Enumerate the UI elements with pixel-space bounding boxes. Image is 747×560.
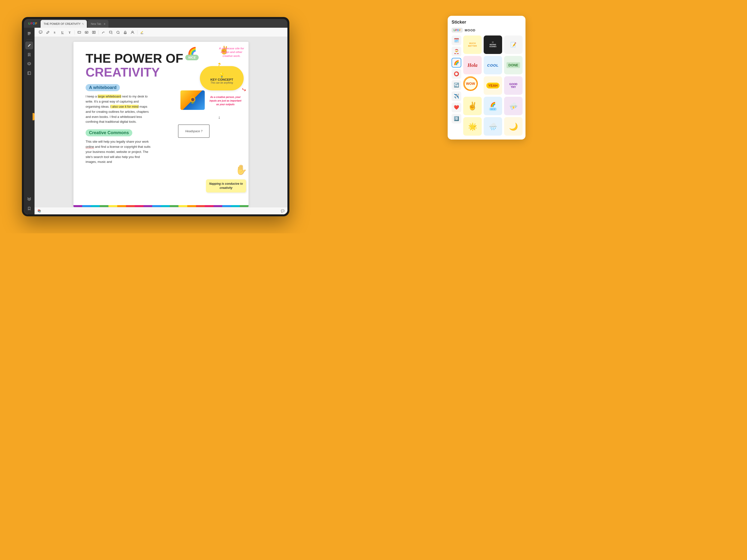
svg-text:T: T: [78, 32, 79, 33]
underline-online: online: [85, 145, 94, 149]
sidebar-icon-layers[interactable]: [25, 60, 33, 68]
section1-label: A whiteboard: [85, 84, 120, 91]
highlight-large: large whiteboard: [98, 95, 121, 98]
svg-rect-1: [28, 33, 31, 34]
toolbar-text-fit[interactable]: [83, 29, 90, 35]
pdf-content: THE POWER OF CREATIVITY A whiteboard I k…: [34, 37, 287, 207]
toolbar-divider-1: [74, 30, 75, 34]
toolbar-user[interactable]: [129, 29, 136, 35]
svg-rect-18: [94, 31, 95, 33]
sidebar-icon-bookmark-bottom[interactable]: [25, 205, 33, 212]
sidebar-icon-pencil[interactable]: [25, 42, 33, 49]
left-sidebar: [24, 28, 34, 214]
napping-note: Napping is conducive to creativity: [206, 179, 246, 192]
toolbar-draw[interactable]: [100, 29, 106, 35]
layers-icon[interactable]: 📚: [37, 209, 41, 213]
highlight-also: I also use it for mind: [110, 105, 138, 108]
svg-line-21: [119, 33, 120, 34]
device-frame: UPDF THE POWER OF CREATIVITY ✎ New Tab +: [22, 17, 289, 216]
toolbar-pen[interactable]: [45, 29, 51, 35]
nice-bubble: 🌈 NICE: [185, 47, 199, 59]
section2-body: This site will help you legally share yo…: [85, 139, 151, 164]
tab-edit-icon: ✎: [82, 23, 84, 25]
toolbar-shapes[interactable]: [107, 29, 114, 35]
svg-text:S: S: [54, 31, 55, 34]
pdf-page: THE POWER OF CREATIVITY A whiteboard I k…: [73, 42, 249, 207]
tab-add-icon[interactable]: +: [104, 22, 106, 26]
svg-rect-19: [109, 31, 112, 33]
tab-new[interactable]: New Tab +: [88, 20, 108, 28]
key-concept-cloud: 💡 KEY CONCEPT This can be anything: [200, 66, 243, 90]
toolbar-underline[interactable]: U: [59, 29, 66, 35]
svg-point-24: [132, 31, 133, 32]
key-concept-title: KEY CONCEPT: [210, 78, 233, 81]
bottom-bar: 📚 💬: [34, 207, 287, 214]
app-logo: UPDF: [26, 19, 40, 28]
showcase-text: A showcase site for design and other cre…: [217, 47, 246, 58]
toolbar-divider-3: [137, 30, 137, 34]
color-bar: [73, 205, 249, 207]
toolbar-columns[interactable]: [91, 29, 97, 35]
headspace-box: Headspace ?: [178, 125, 210, 138]
toolbar: S U T T: [34, 28, 287, 37]
content-wrapper: S U T T: [34, 28, 287, 214]
tab-active[interactable]: THE POWER OF CREATIVITY ✎: [41, 20, 87, 28]
toolbar-text[interactable]: T: [67, 29, 73, 35]
mindmap-area: 🌈 NICE ✌️ A showcase site for design and…: [171, 42, 249, 207]
chat-icon[interactable]: 💬: [281, 209, 284, 213]
lightbulb-icon: 💡: [219, 73, 225, 78]
toolbar-text-box[interactable]: T: [76, 29, 82, 35]
device-inner: UPDF THE POWER OF CREATIVITY ✎ New Tab +: [24, 19, 287, 214]
tab-title: THE POWER OF CREATIVITY: [44, 22, 80, 25]
new-tab-label: New Tab: [91, 22, 101, 25]
svg-rect-22: [124, 33, 126, 33]
yellow-indicator: [32, 113, 34, 120]
key-concept-sub: This can be anything: [211, 81, 233, 84]
svg-rect-17: [93, 31, 94, 33]
svg-rect-5: [28, 72, 31, 75]
svg-text:T: T: [69, 31, 71, 34]
rainbow-emoji: 🌈: [185, 47, 199, 55]
toolbar-strikethrough[interactable]: S: [52, 29, 58, 35]
main-area: S U T T: [24, 28, 287, 214]
sidebar-icon-pages[interactable]: [25, 30, 33, 37]
toolbar-eraser[interactable]: [115, 29, 121, 35]
hand-marker: ✋: [235, 164, 247, 176]
section2-label: Creative Commons: [85, 129, 132, 136]
sidebar-icon-layers-bottom[interactable]: [25, 195, 33, 203]
creative-text: As a creative person, your inputs are ju…: [208, 95, 242, 106]
curved-arrow: ↪: [241, 86, 247, 94]
svg-rect-0: [28, 32, 31, 33]
sidebar-icon-bookmark-add[interactable]: [25, 51, 33, 59]
tab-bar: UPDF THE POWER OF CREATIVITY ✎ New Tab +: [24, 19, 287, 28]
toolbar-comment[interactable]: [37, 29, 44, 35]
svg-text:U: U: [61, 31, 63, 34]
headspace-text: Headspace ?: [185, 130, 203, 133]
svg-rect-7: [39, 31, 42, 33]
section1-body: I keep a large whiteboard next to my des…: [85, 94, 151, 125]
arrow-down: ↓: [218, 115, 220, 120]
nice-text: NICE: [185, 55, 199, 60]
svg-rect-2: [28, 34, 30, 35]
toolbar-highlight[interactable]: [139, 29, 145, 35]
sunflower-image: 🌻: [180, 90, 205, 110]
sidebar-icon-book[interactable]: [25, 69, 33, 77]
toolbar-stamp[interactable]: [122, 29, 128, 35]
